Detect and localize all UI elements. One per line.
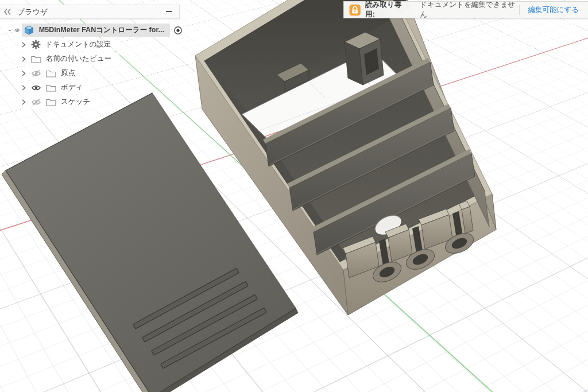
gear-icon [31,40,41,49]
tree-item-label: 原点 [61,68,75,78]
folder-icon [31,55,41,63]
tree-item-label: 名前の付いたビュー [46,54,111,64]
tree-item-label: ボディ [61,83,83,92]
visibility-eye-icon[interactable] [14,26,20,34]
chevron-right-icon[interactable] [21,56,26,63]
make-editable-button[interactable]: 編集可能にする [528,5,579,15]
chevron-right-icon[interactable] [21,99,26,106]
fusion360-window: ブラウザ [0,0,588,392]
browser-tree: M5DinMeter FANコントローラー for... [0,23,183,109]
readonly-message: ドキュメントを編集できません [420,0,519,20]
folder-icon [46,84,56,92]
chevron-right-icon[interactable] [21,70,26,77]
readonly-title: 読み取り専用: [365,0,409,20]
minimize-panel-icon[interactable] [166,11,172,12]
collapse-panel-icon[interactable] [3,8,13,15]
chevron-right-icon[interactable] [21,41,26,48]
lock-icon [349,4,361,16]
isolate-radio-icon[interactable] [173,25,183,36]
root-item-pill[interactable]: M5DinMeter FANコントローラー for... [22,24,170,37]
browser-panel: ブラウザ [0,5,183,109]
banner-divider [519,5,520,15]
root-item-label: M5DinMeter FANコントローラー for... [39,25,164,35]
component-cube-icon [24,25,34,36]
browser-panel-header: ブラウザ [0,5,180,19]
visibility-hidden-eye-icon[interactable] [31,69,41,77]
tree-item-origin[interactable]: 原点 [0,66,183,80]
folder-icon [46,98,56,106]
tree-item-label: スケッチ [61,97,90,107]
tree-item-bodies[interactable]: ボディ [0,80,183,95]
chevron-down-icon[interactable] [8,28,11,33]
chevron-right-icon[interactable] [21,84,26,91]
folder-icon [46,69,56,77]
tree-item-named-views[interactable]: 名前の付いたビュー [0,52,183,66]
tree-item-sketches[interactable]: スケッチ [0,95,183,109]
visibility-eye-icon[interactable] [31,84,41,92]
panel-title: ブラウザ [17,7,48,17]
readonly-banner: 読み取り専用: ドキュメントを編集できません 編集可能にする [343,1,588,18]
visibility-hidden-eye-icon[interactable] [31,98,41,106]
tree-item-label: ドキュメントの設定 [45,40,111,49]
corner-tower [345,32,384,85]
tree-root-row[interactable]: M5DinMeter FANコントローラー for... [0,23,183,37]
tree-item-document-settings[interactable]: ドキュメントの設定 [0,37,183,52]
